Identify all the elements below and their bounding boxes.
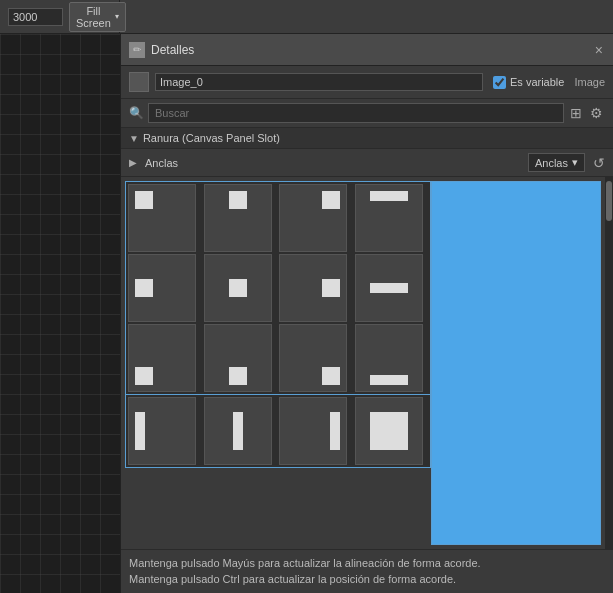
hint-text: Mantenga pulsado Mayús para actualizar l… bbox=[121, 549, 613, 593]
fill-screen-button[interactable]: Fill Screen ▾ bbox=[69, 2, 126, 32]
anchor-cell-top-left[interactable] bbox=[128, 184, 196, 252]
anclas-left: ▶ Anclas bbox=[129, 157, 520, 169]
anchor-cell-stretch-center[interactable] bbox=[204, 397, 272, 465]
image-type-label: Image bbox=[574, 76, 605, 88]
fill-screen-label: Fill Screen bbox=[76, 5, 111, 29]
ranura-header: ▼ Ranura (Canvas Panel Slot) bbox=[121, 128, 613, 149]
settings-icon-button[interactable]: ⚙ bbox=[588, 104, 605, 122]
hint-line-2: Mantenga pulsado Ctrl para actualizar la… bbox=[129, 572, 605, 587]
image-thumbnail bbox=[129, 72, 149, 92]
scrollbar-thumb[interactable] bbox=[606, 181, 612, 221]
anchor-cell-bot-left[interactable] bbox=[128, 324, 196, 392]
anchor-cell-stretch-all[interactable] bbox=[355, 397, 423, 465]
ranura-title: Ranura (Canvas Panel Slot) bbox=[143, 132, 280, 144]
anchor-cell-top-right[interactable] bbox=[279, 184, 347, 252]
es-variable-row: Es variable bbox=[493, 76, 564, 89]
anclas-dropdown[interactable]: Anclas ▾ bbox=[528, 153, 585, 172]
anchor-cell-mid-stretch[interactable] bbox=[355, 254, 423, 322]
panel-title: Detalles bbox=[151, 43, 587, 57]
anchor-cell-stretch-right[interactable] bbox=[279, 397, 347, 465]
anchor-cell-top-center[interactable] bbox=[204, 184, 272, 252]
chevron-down-icon: ▾ bbox=[115, 12, 119, 21]
anchor-cell-bot-stretch[interactable] bbox=[355, 324, 423, 392]
layout-icon-button[interactable]: ⊞ bbox=[568, 104, 584, 122]
right-panel: ✏ Detalles × Es variable Image 🔍 ⊞ ⚙ bbox=[120, 34, 613, 593]
anchor-bottom-grid bbox=[125, 395, 431, 468]
anchor-cell-bot-right[interactable] bbox=[279, 324, 347, 392]
anclas-label: Anclas bbox=[145, 157, 178, 169]
anchor-row-2 bbox=[128, 254, 428, 322]
main-layout: ✏ Detalles × Es variable Image 🔍 ⊞ ⚙ bbox=[0, 34, 613, 593]
anchor-area bbox=[121, 177, 613, 549]
search-icon: 🔍 bbox=[129, 106, 144, 120]
toolbar-icons: ⊞ ⚙ bbox=[568, 104, 605, 122]
anclas-dropdown-chevron: ▾ bbox=[572, 156, 578, 169]
anchor-cell-mid-left[interactable] bbox=[128, 254, 196, 322]
anchor-row-1 bbox=[128, 184, 428, 252]
image-name-input[interactable] bbox=[155, 73, 483, 91]
canvas-area bbox=[0, 34, 120, 593]
pencil-icon: ✏ bbox=[129, 42, 145, 58]
anclas-expand-icon[interactable]: ▶ bbox=[129, 157, 137, 168]
anclas-dropdown-label: Anclas bbox=[535, 157, 568, 169]
anchor-cell-bot-center[interactable] bbox=[204, 324, 272, 392]
top-bar-left: Fill Screen ▾ bbox=[0, 0, 120, 33]
image-row: Es variable Image bbox=[121, 66, 613, 99]
number-input[interactable] bbox=[8, 8, 63, 26]
anchor-grid-section bbox=[121, 177, 431, 549]
anchor-cell-mid-center[interactable] bbox=[204, 254, 272, 322]
search-input[interactable] bbox=[148, 103, 564, 123]
anclas-row: ▶ Anclas Anclas ▾ ↺ bbox=[121, 149, 613, 177]
anchor-cell-mid-right[interactable] bbox=[279, 254, 347, 322]
top-bar: Fill Screen ▾ bbox=[0, 0, 613, 34]
hint-line-1: Mantenga pulsado Mayús para actualizar l… bbox=[129, 556, 605, 571]
anchor-top-grid bbox=[125, 181, 431, 395]
scrollbar[interactable] bbox=[605, 177, 613, 549]
anchor-row-stretch bbox=[128, 397, 428, 465]
anchor-preview bbox=[431, 181, 601, 545]
es-variable-checkbox[interactable] bbox=[493, 76, 506, 89]
collapse-icon[interactable]: ▼ bbox=[129, 133, 139, 144]
anchor-row-3 bbox=[128, 324, 428, 392]
anchor-cell-top-stretch[interactable] bbox=[355, 184, 423, 252]
search-row: 🔍 ⊞ ⚙ bbox=[121, 99, 613, 128]
anchor-cell-stretch-left[interactable] bbox=[128, 397, 196, 465]
es-variable-label: Es variable bbox=[510, 76, 564, 88]
reset-button[interactable]: ↺ bbox=[593, 155, 605, 171]
panel-close-button[interactable]: × bbox=[593, 42, 605, 58]
panel-header: ✏ Detalles × bbox=[121, 34, 613, 66]
